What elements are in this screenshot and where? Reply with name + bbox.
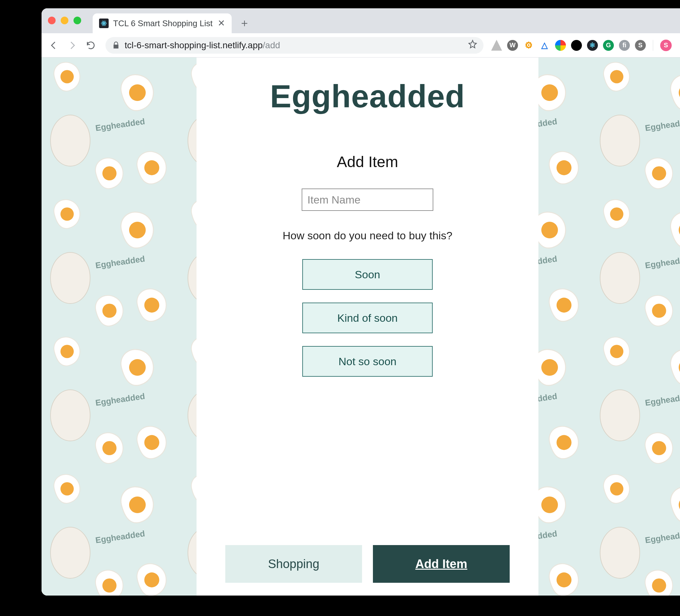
toolbar-separator [653,40,653,51]
browser-tab[interactable]: TCL 6 Smart Shopping List ✕ [93,13,232,33]
bookmark-star-icon[interactable] [468,40,477,51]
extension-w-icon[interactable]: W [507,40,518,51]
window-close-button[interactable] [48,17,56,24]
browser-toolbar: tcl-6-smart-shopping-list.netlify.app/ad… [41,33,680,58]
svg-point-0 [103,23,104,24]
extension-grey1-icon[interactable]: fi [619,40,630,51]
back-button[interactable] [47,38,61,52]
extension-grammarly-icon[interactable]: G [603,40,614,51]
new-tab-button[interactable]: ＋ [235,14,253,32]
frequency-prompt: How soon do you need to buy this? [282,229,452,242]
window-minimize-button[interactable] [61,17,68,24]
app-card: Eggheadded Add Item How soon do you need… [197,58,538,595]
frequency-option-kind-of-soon[interactable]: Kind of soon [302,302,433,333]
lock-icon [112,41,120,50]
extension-drive-icon[interactable] [491,40,502,51]
react-favicon-icon [99,19,109,28]
window-maximize-button[interactable] [74,17,81,24]
extension-grey2-icon[interactable]: S [635,40,646,51]
address-bar[interactable]: tcl-6-smart-shopping-list.netlify.app/ad… [106,37,483,54]
tab-title: TCL 6 Smart Shopping List [113,19,213,28]
frequency-options: Soon Kind of soon Not so soon [302,259,433,377]
url-path: /add [263,40,280,50]
extension-icons: W ⚙ △ ⚛ G fi S S ⋮ [491,40,680,51]
nav-shopping-button[interactable]: Shopping [225,545,362,583]
window-controls [48,17,81,24]
tab-strip: TCL 6 Smart Shopping List ✕ ＋ [41,8,680,33]
item-name-input[interactable] [302,188,433,211]
reload-button[interactable] [84,38,98,52]
extension-black-circle-icon[interactable] [571,40,582,51]
brand-title: Eggheadded [270,78,465,115]
tab-close-icon[interactable]: ✕ [217,19,225,27]
browser-menu-icon[interactable]: ⋮ [677,40,680,50]
extension-react-devtools-icon[interactable]: ⚛ [587,40,598,51]
url-text: tcl-6-smart-shopping-list.netlify.app/ad… [124,40,280,51]
section-title: Add Item [337,153,398,171]
extension-color-icon[interactable] [555,40,566,51]
page-viewport: Eggheadded Eggheadded Add Item How soon … [41,58,680,595]
profile-avatar[interactable]: S [660,40,672,51]
forward-button[interactable] [65,38,79,52]
frequency-option-soon[interactable]: Soon [302,259,433,290]
bottom-nav: Shopping Add Item [197,545,538,583]
frequency-option-not-so-soon[interactable]: Not so soon [302,346,433,377]
extension-gear-icon[interactable]: ⚙ [523,40,534,51]
extension-triangle-icon[interactable]: △ [539,40,550,51]
url-host: tcl-6-smart-shopping-list.netlify.app [124,40,263,50]
browser-window: TCL 6 Smart Shopping List ✕ ＋ tcl-6-sm [41,8,680,595]
nav-add-item-button[interactable]: Add Item [373,545,510,583]
